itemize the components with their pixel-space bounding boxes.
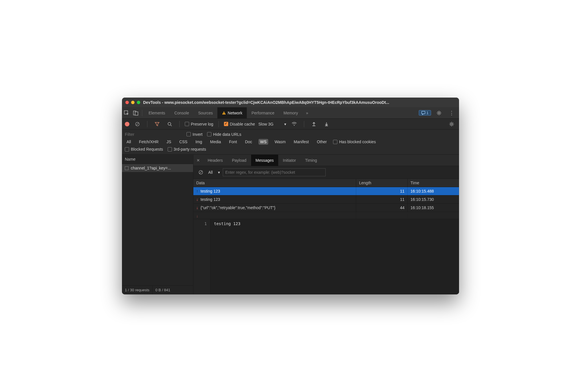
messages-list[interactable]: ↑ testing 123 11 16:10:15.488 ↓ testing … [193,187,459,219]
svg-rect-5 [422,111,425,114]
chip-js[interactable]: JS [165,139,173,145]
arrow-down-icon: ↓ [196,205,198,210]
close-detail-icon[interactable]: ✕ [193,158,203,163]
upload-icon[interactable] [309,120,318,129]
chip-wasm[interactable]: Wasm [273,139,287,145]
preserve-log-checkbox[interactable]: Preserve log [185,122,213,126]
dtab-messages[interactable]: Messages [251,155,279,166]
checkbox-label: Disable cache [230,122,255,126]
has-blocked-cookies-checkbox[interactable]: Has blocked cookies [333,140,376,144]
svg-point-11 [294,125,295,126]
dtab-headers[interactable]: Headers [203,155,227,166]
search-icon[interactable] [165,120,174,129]
chip-img[interactable]: Img [194,139,204,145]
panel-settings-icon[interactable] [447,120,456,129]
clear-icon[interactable] [133,120,142,129]
dtab-timing[interactable]: Timing [300,155,322,166]
message-row-partial[interactable]: ↓ [193,212,459,219]
separator [142,110,142,116]
detail-tabbar: ✕ Headers Payload Messages Initiator Tim… [193,155,459,166]
main-tabbar: Elements Console Sources Network Perform… [122,107,459,119]
devtools-window: DevTools - www.piesocket.com/websocket-t… [122,98,459,294]
chip-other[interactable]: Other [315,139,328,145]
chip-css[interactable]: CSS [177,139,189,145]
type-filter-chips: All Fetch/XHR JS CSS Img Media Font Doc … [125,139,456,145]
hide-data-urls-checkbox[interactable]: Hide data URLs [207,132,241,137]
tab-performance[interactable]: Performance [247,107,279,119]
checkbox-label: Preserve log [191,122,213,126]
titlebar: DevTools - www.piesocket.com/websocket-t… [122,98,459,107]
message-time: 16:10:15.730 [408,195,459,203]
message-preview: 1 testing 123 [193,219,459,294]
close-window-button[interactable] [125,101,129,104]
svg-line-10 [171,125,172,126]
message-row[interactable]: ↓ {"url":"ok","retryable":true,"method":… [193,204,459,212]
checkbox-label: Hide data URLs [213,132,241,137]
disable-cache-checkbox[interactable]: Disable cache [224,122,255,126]
message-length: 11 [356,187,408,195]
message-row[interactable]: ↓ testing 123 11 16:10:15.730 [193,195,459,204]
messages-header: Data Length Time [193,179,459,187]
chip-all[interactable]: All [125,139,133,145]
tab-label: Performance [251,111,274,115]
regex-filter-input[interactable] [223,168,326,176]
kebab-menu-icon[interactable]: ⋮ [447,108,456,118]
filter-input[interactable] [125,132,182,137]
warning-icon [222,111,226,115]
dtab-initiator[interactable]: Initiator [278,155,300,166]
tab-label: Memory [284,111,298,115]
chip-doc[interactable]: Doc [243,139,254,145]
device-toolbar-icon[interactable] [131,108,140,118]
request-list-sidebar: Name channel_1?api_key=... 1 / 30 reques… [122,155,193,294]
tab-label: Console [174,111,189,115]
request-count: 1 / 30 requests [122,286,153,294]
svg-rect-4 [224,114,224,114]
clear-messages-icon[interactable] [196,168,205,177]
message-text [201,214,202,218]
message-row[interactable]: ↑ testing 123 11 16:10:15.488 [193,187,459,195]
wifi-icon[interactable] [290,120,299,129]
chip-ws[interactable]: WS [259,139,269,145]
tab-label: Sources [198,111,213,115]
dtab-payload[interactable]: Payload [227,155,251,166]
message-text: testing 123 [201,189,220,193]
filter-icon[interactable] [153,120,162,129]
direction-filter-dropdown[interactable]: All ▾ [208,170,220,175]
blocked-requests-checkbox[interactable]: Blocked Requests [125,147,163,151]
line-number: 1 [193,219,211,294]
tab-console[interactable]: Console [170,107,193,119]
chip-font[interactable]: Font [227,139,239,145]
separator [147,121,147,127]
minimize-window-button[interactable] [131,101,135,104]
throttle-dropdown[interactable]: Slow 3G ▾ [259,122,287,126]
chip-fetch-xhr[interactable]: Fetch/XHR [137,139,160,145]
tab-elements[interactable]: Elements [144,107,170,119]
settings-icon[interactable] [434,108,444,118]
tab-memory[interactable]: Memory [279,107,303,119]
network-toolbar: Preserve log Disable cache Slow 3G ▾ [122,119,459,130]
more-tabs-icon[interactable]: » [302,108,312,118]
svg-point-14 [451,123,452,125]
issues-badge[interactable]: 1 [419,110,431,116]
arrow-up-icon: ↑ [196,189,198,193]
chip-media[interactable]: Media [209,139,223,145]
arrow-down-icon: ↓ [196,214,198,218]
message-length [356,214,408,218]
request-name: channel_1?api_key=... [131,166,171,170]
tab-sources[interactable]: Sources [194,107,217,119]
request-row[interactable]: channel_1?api_key=... [122,164,193,172]
checkbox-label: Has blocked cookies [339,140,376,144]
invert-checkbox[interactable]: Invert [187,132,203,137]
third-party-checkbox[interactable]: 3rd-party requests [168,147,206,151]
tab-network[interactable]: Network [217,107,247,119]
chip-manifest[interactable]: Manifest [292,139,310,145]
inspect-element-icon[interactable] [122,108,131,118]
separator [219,121,219,127]
maximize-window-button[interactable] [137,101,140,104]
separator [304,121,304,127]
download-icon[interactable] [322,120,331,129]
record-button[interactable] [125,122,129,126]
preview-content[interactable]: testing 123 [211,219,459,294]
transfer-size: 0 B / 841 [153,286,173,294]
window-controls [125,101,140,104]
